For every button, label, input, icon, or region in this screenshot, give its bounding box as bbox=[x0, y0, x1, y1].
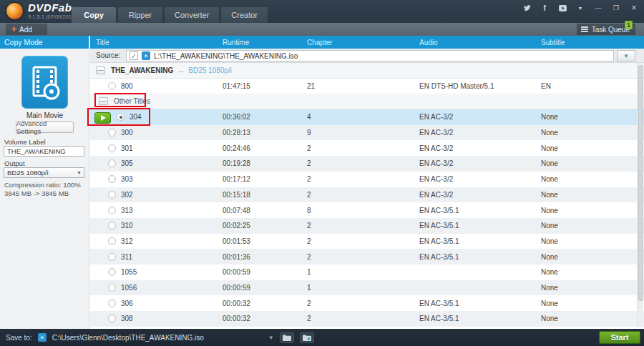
chevron-down-icon: ▼ bbox=[77, 170, 82, 175]
table-row[interactable]: 304 00:36:02 4 EN AC-3/2 None bbox=[90, 109, 644, 125]
chapter-cell: 1 bbox=[307, 268, 419, 276]
chapter-cell: 2 bbox=[307, 175, 419, 183]
source-row: Source: ✓ L:\THE_AWAKENING\THE_AWAKENING… bbox=[90, 49, 644, 63]
column-runtime: Runtime bbox=[223, 39, 307, 46]
plus-icon: + bbox=[11, 26, 16, 33]
table-row[interactable]: 311 00:01:36 2 EN AC-3/5.1 None bbox=[90, 249, 644, 265]
column-chapter: Chapter bbox=[307, 39, 419, 46]
title-number: 304 bbox=[130, 113, 142, 121]
source-input[interactable]: ✓ L:\THE_AWAKENING\THE_AWAKENING.iso bbox=[126, 50, 614, 61]
source-dropdown-button[interactable]: ▼ bbox=[617, 50, 635, 61]
twitter-icon[interactable] bbox=[522, 4, 531, 12]
main-movie-icon[interactable] bbox=[21, 56, 68, 109]
chapter-cell: 2 bbox=[307, 253, 419, 261]
collapse-icon[interactable]: — bbox=[96, 66, 105, 74]
runtime-cell: 01:47:15 bbox=[223, 82, 307, 90]
table-row[interactable]: 306 00:00:32 2 EN AC-3/5.1 None bbox=[90, 295, 644, 311]
title-bar: DVDFab 9.1.5.1 (07/09/2014) CopyRipperCo… bbox=[0, 0, 644, 23]
title-radio[interactable] bbox=[108, 315, 116, 322]
footer-bar: Save to: C:\Users\Glenn\Desktop\THE_AWAK… bbox=[0, 329, 644, 346]
subtitle-cell: None bbox=[541, 300, 644, 307]
title-radio[interactable] bbox=[108, 300, 116, 307]
runtime-cell: 00:17:12 bbox=[223, 175, 307, 183]
audio-cell: EN AC-3/5.1 bbox=[419, 253, 541, 261]
title-radio[interactable] bbox=[108, 82, 116, 90]
title-radio[interactable] bbox=[108, 129, 116, 137]
title-radio[interactable] bbox=[108, 253, 116, 261]
facebook-icon[interactable]: f bbox=[540, 4, 549, 12]
chapter-cell: 2 bbox=[307, 222, 419, 229]
chapter-cell: 9 bbox=[307, 129, 419, 137]
table-row[interactable]: 302 00:15:18 2 EN AC-3/2 None bbox=[90, 187, 644, 203]
title-radio[interactable] bbox=[108, 284, 116, 292]
save-path-dropdown-icon[interactable]: ▼ bbox=[268, 335, 274, 341]
tab-ripper[interactable]: Ripper bbox=[118, 7, 162, 23]
title-number: 310 bbox=[121, 222, 133, 229]
runtime-cell: 00:00:59 bbox=[223, 268, 307, 276]
subtitle-cell: None bbox=[541, 129, 644, 137]
browse-iso-button[interactable] bbox=[300, 332, 314, 343]
title-radio[interactable] bbox=[108, 268, 116, 276]
table-row[interactable]: 1055 00:00:59 1 None bbox=[90, 265, 644, 280]
task-queue-label: Task Queue bbox=[592, 26, 630, 34]
audio-cell: EN AC-3/2 bbox=[419, 144, 541, 152]
runtime-cell: 00:19:28 bbox=[223, 159, 307, 167]
add-button[interactable]: + Add bbox=[6, 24, 47, 35]
table-row[interactable]: 300 00:28:13 9 EN AC-3/2 None bbox=[90, 125, 644, 141]
start-button[interactable]: Start bbox=[599, 331, 640, 344]
runtime-cell: 00:36:02 bbox=[223, 113, 307, 121]
table-row[interactable]: 305 00:19:28 2 EN AC-3/2 None bbox=[90, 156, 644, 172]
title-radio[interactable] bbox=[108, 159, 116, 167]
save-path[interactable]: C:\Users\Glenn\Desktop\THE_AWAKENING.iso bbox=[52, 334, 267, 342]
title-radio[interactable] bbox=[108, 237, 116, 245]
title-radio[interactable] bbox=[108, 222, 116, 229]
title-radio[interactable] bbox=[108, 175, 116, 183]
title-number: 313 bbox=[121, 207, 133, 214]
group-title: THE_AWAKENING bbox=[111, 66, 173, 74]
scrollbar-thumb[interactable] bbox=[638, 65, 643, 301]
table-row[interactable]: 313 00:07:48 8 EN AC-3/5.1 None bbox=[90, 202, 644, 218]
title-number: 1055 bbox=[121, 268, 137, 276]
share-icon[interactable] bbox=[558, 4, 567, 12]
close-icon[interactable]: × bbox=[630, 4, 638, 12]
advanced-settings-button[interactable]: Advanced Settings bbox=[16, 122, 74, 133]
subtitle-cell: None bbox=[541, 144, 644, 152]
preview-play-button[interactable] bbox=[94, 112, 111, 124]
subtitle-cell: None bbox=[541, 315, 644, 322]
title-number: 1056 bbox=[121, 284, 137, 292]
table-row[interactable]: 308 00:00:32 2 EN AC-3/5.1 None bbox=[90, 311, 644, 327]
restore-icon[interactable]: ❐ bbox=[612, 4, 620, 12]
title-radio[interactable] bbox=[108, 191, 116, 199]
scrollbar[interactable] bbox=[637, 63, 643, 327]
table-row[interactable]: 301 00:24:46 2 EN AC-3/2 None bbox=[90, 140, 644, 156]
tab-creator[interactable]: Creator bbox=[221, 7, 268, 23]
table-row[interactable]: 800 01:47:15 21 EN DTS-HD Master/5.1 EN bbox=[90, 79, 644, 94]
table-row[interactable]: 1056 00:00:59 1 None bbox=[90, 280, 644, 296]
collapse-icon[interactable]: — bbox=[99, 97, 108, 105]
minimize-icon[interactable]: — bbox=[594, 4, 602, 12]
tab-copy[interactable]: Copy bbox=[72, 7, 116, 23]
title-table: Title Runtime Chapter Audio Subtitle Sou… bbox=[90, 36, 644, 329]
table-row[interactable]: 312 00:01:53 2 EN AC-3/5.1 None bbox=[90, 234, 644, 249]
table-row[interactable]: 310 00:02:25 2 EN AC-3/5.1 None bbox=[90, 218, 644, 234]
title-radio[interactable] bbox=[108, 144, 116, 152]
tab-converter[interactable]: Converter bbox=[165, 7, 219, 23]
subtitle-cell: None bbox=[541, 253, 644, 261]
source-checkbox[interactable]: ✓ bbox=[130, 51, 138, 60]
audio-cell: EN AC-3/2 bbox=[419, 113, 541, 121]
title-number: 300 bbox=[121, 129, 133, 137]
browse-folder-button[interactable] bbox=[280, 332, 294, 343]
table-header: Title Runtime Chapter Audio Subtitle bbox=[90, 36, 644, 49]
volume-label-input[interactable]: THE_AWAKENING bbox=[4, 146, 84, 157]
table-row[interactable]: 303 00:17:12 2 EN AC-3/2 None bbox=[90, 172, 644, 187]
disc-icon bbox=[142, 51, 150, 60]
title-number: 308 bbox=[121, 315, 133, 322]
source-group-row: — THE_AWAKENING → BD25 1080p/i bbox=[90, 63, 644, 79]
other-titles-group-row: — Other Titles bbox=[90, 94, 644, 109]
title-radio[interactable] bbox=[117, 113, 125, 121]
column-title: Title bbox=[90, 39, 223, 46]
title-radio[interactable] bbox=[108, 207, 116, 214]
output-select[interactable]: BD25 1080p/i ▼ bbox=[4, 167, 84, 178]
dropdown-icon[interactable]: ▼ bbox=[576, 4, 585, 12]
task-queue-button[interactable]: Task Queue 1 bbox=[577, 24, 635, 35]
